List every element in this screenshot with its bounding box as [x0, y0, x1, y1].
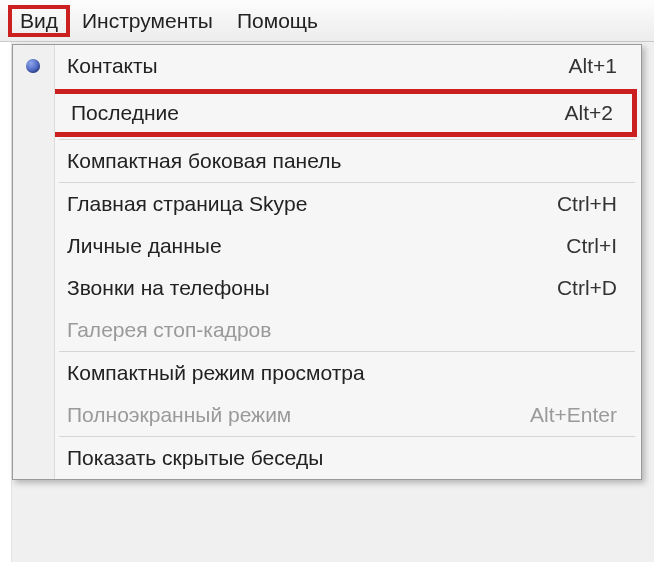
menu-item-label: Компактный режим просмотра: [67, 361, 617, 385]
window-left-edge: [0, 42, 12, 562]
menu-item-shortcut: Alt+2: [565, 101, 613, 125]
radio-bullet-icon: [26, 59, 40, 73]
menubar-help[interactable]: Помощь: [225, 5, 330, 37]
menubar-tools[interactable]: Инструменты: [70, 5, 225, 37]
menu-item-skype-home[interactable]: Главная страница Skype Ctrl+H: [13, 183, 641, 225]
menu-item-snapshot-gallery: Галерея стоп-кадров: [13, 309, 641, 351]
menu-item-recent[interactable]: Последние Alt+2: [22, 94, 632, 132]
menu-item-label: Последние: [71, 101, 565, 125]
menu-item-shortcut: Ctrl+D: [557, 276, 617, 300]
menu-item-phone-calls[interactable]: Звонки на телефоны Ctrl+D: [13, 267, 641, 309]
highlight-recent: Последние Alt+2: [17, 89, 637, 137]
menu-item-shortcut: Alt+Enter: [530, 403, 617, 427]
view-dropdown-menu: Контакты Alt+1 Последние Alt+2 Компактна…: [12, 44, 642, 480]
menubar: Вид Инструменты Помощь: [0, 0, 654, 42]
menu-item-label: Звонки на телефоны: [67, 276, 557, 300]
menu-item-label: Главная страница Skype: [67, 192, 557, 216]
menubar-view[interactable]: Вид: [8, 5, 70, 37]
menu-item-label: Галерея стоп-кадров: [67, 318, 617, 342]
menu-item-contacts[interactable]: Контакты Alt+1: [13, 45, 641, 87]
menu-item-label: Контакты: [67, 54, 569, 78]
menu-item-label: Компактная боковая панель: [67, 149, 617, 173]
menu-item-compact-view[interactable]: Компактный режим просмотра: [13, 352, 641, 394]
menu-item-shortcut: Alt+1: [569, 54, 617, 78]
menu-item-hidden-chats[interactable]: Показать скрытые беседы: [13, 437, 641, 479]
menu-item-label: Полноэкранный режим: [67, 403, 530, 427]
menu-item-shortcut: Ctrl+H: [557, 192, 617, 216]
menu-item-compact-sidebar[interactable]: Компактная боковая панель: [13, 140, 641, 182]
menu-item-profile[interactable]: Личные данные Ctrl+I: [13, 225, 641, 267]
menu-item-label: Показать скрытые беседы: [67, 446, 617, 470]
menu-item-fullscreen: Полноэкранный режим Alt+Enter: [13, 394, 641, 436]
menu-item-label: Личные данные: [67, 234, 566, 258]
menu-item-shortcut: Ctrl+I: [566, 234, 617, 258]
